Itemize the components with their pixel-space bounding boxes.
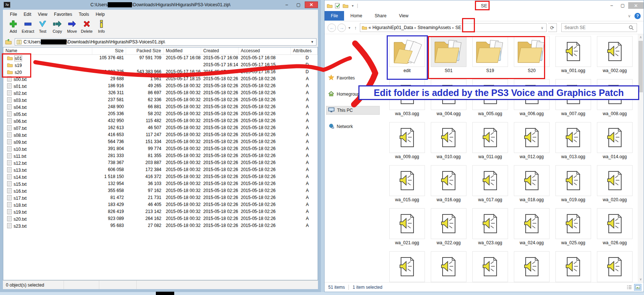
menu-item-edit[interactable]: Edit	[20, 11, 35, 18]
sidebar-item-homegroup[interactable]: Homegroup	[328, 90, 360, 98]
table-row[interactable]: s20.txt923 089264 1622015-05-18 00:32201…	[3, 216, 318, 223]
sidebar-item-this-pc[interactable]: This PC	[328, 106, 353, 114]
path-combobox[interactable]: C:\Users\Downloads\Higurashi\HigurashiPS…	[15, 38, 316, 46]
menu-item-help[interactable]: Help	[92, 11, 108, 18]
delete-button[interactable]: Delete	[79, 18, 94, 33]
tab-file[interactable]: File	[325, 11, 344, 21]
chevron-down-icon[interactable]: ▼	[311, 40, 315, 44]
vertical-scrollbar[interactable]: ∧ ∨	[638, 34, 644, 282]
file-tile[interactable]: wa_008.ogg	[597, 79, 633, 121]
file-tile[interactable]: wa_001.ogg	[555, 36, 591, 78]
file-tile[interactable]: wa_003.ogg	[389, 79, 425, 121]
scrollbar-thumb[interactable]	[638, 41, 643, 92]
table-row[interactable]: s02.txt326 31186 6972015-05-18 00:322015…	[3, 90, 318, 97]
file-tile[interactable]: wa_018.ogg	[514, 165, 550, 207]
table-row[interactable]: s09.txt564 736151 3342015-05-18 00:32201…	[3, 139, 318, 146]
file-tile[interactable]: wa_023.ogg	[472, 208, 508, 250]
sevenzip-titlebar[interactable]: 7z C:\Users\Downloads\Higurashi\Higurash…	[3, 0, 318, 10]
file-tile[interactable]	[472, 251, 508, 282]
column-header-created[interactable]: Created	[201, 47, 239, 54]
extract-button[interactable]: Extract	[21, 18, 35, 33]
explorer-titlebar[interactable]: ▾ | SE – ▢ ✕	[325, 0, 644, 11]
file-tile[interactable]	[597, 251, 633, 282]
maximize-button[interactable]: ▢	[617, 2, 628, 9]
table-row[interactable]: s01105 376 48197 591 7092015-05-17 16:08…	[3, 55, 318, 62]
sidebar-item-favorites[interactable]: Favorites	[328, 74, 355, 82]
file-tile[interactable]: wa_010.ogg	[431, 122, 466, 164]
list-header[interactable]: NameSizePacked SizeModifiedCreatedAccess…	[3, 47, 318, 55]
file-tile[interactable]: wa_017.ogg	[472, 165, 508, 207]
table-row[interactable]: s15.txt132 95436 1032015-05-18 00:322015…	[3, 181, 318, 188]
refresh-icon[interactable]: ⟳	[548, 23, 557, 32]
file-tile[interactable]: wa_007.ogg	[555, 79, 591, 121]
file-tile[interactable]: wa_026.ogg	[597, 208, 633, 250]
info-button[interactable]: Info	[94, 18, 109, 33]
table-row[interactable]: s08.txt416 653117 2472015-05-18 00:32201…	[3, 132, 318, 139]
table-row[interactable]: s00.txt29 6881 5612015-05-17 18:152015-0…	[3, 76, 318, 83]
file-tile[interactable]: wa_009.ogg	[389, 122, 425, 164]
tab-view[interactable]: View	[393, 11, 415, 21]
folder-tile[interactable]: S20	[514, 36, 550, 78]
file-tile[interactable]: wa_015.ogg	[389, 165, 425, 207]
close-button[interactable]: ✕	[628, 2, 644, 9]
table-row[interactable]: s06.txt432 950115 4822015-05-18 00:32201…	[3, 118, 318, 125]
copy-button[interactable]: Copy	[50, 18, 65, 33]
file-tile[interactable]: wa_024.ogg	[514, 208, 550, 250]
table-row[interactable]: s05.txt205 33658 2022015-05-18 00:322015…	[3, 111, 318, 118]
folder-tile[interactable]: S01	[431, 36, 466, 78]
table-row[interactable]: s10.txt391 80499 7742015-05-18 00:322015…	[3, 146, 318, 153]
help-icon[interactable]: ?	[634, 13, 641, 19]
minimize-button[interactable]: –	[281, 1, 292, 8]
table-row[interactable]: s18.txt183 42946 4052015-05-18 00:322015…	[3, 202, 318, 209]
file-tile[interactable]: wa_006.ogg	[514, 79, 550, 121]
column-header-modified[interactable]: Modified	[164, 47, 201, 54]
file-tile[interactable]: wa_011.ogg	[472, 122, 508, 164]
breadcrumb-item-streamingassets[interactable]: StreamingAssets	[418, 25, 451, 30]
table-row[interactable]: s04.txt248 90066 8812015-05-18 00:322015…	[3, 104, 318, 111]
move-button[interactable]: Move	[65, 18, 79, 33]
table-row[interactable]: s12.txt738 367203 8872015-05-18 00:32201…	[3, 160, 318, 167]
file-tile[interactable]: wa_004.ogg	[431, 79, 466, 121]
test-button[interactable]: Test	[35, 18, 50, 33]
table-row[interactable]: s14.txt1 518 150416 3722015-05-18 00:322…	[3, 174, 318, 181]
table-row[interactable]: s23.txt95 68327 0822015-05-18 00:322015-…	[3, 223, 318, 230]
file-tile[interactable]: wa_022.ogg	[431, 208, 466, 250]
menu-item-view[interactable]: View	[35, 11, 51, 18]
table-row[interactable]: s03.txt237 58162 3362015-05-18 00:322015…	[3, 97, 318, 104]
menu-item-tools[interactable]: Tools	[75, 11, 92, 18]
table-row[interactable]: s13.txt606 058172 3842015-05-18 00:32201…	[3, 167, 318, 174]
column-header-size[interactable]: Size	[92, 47, 126, 54]
address-dropdown-icon[interactable]: ∨	[540, 26, 544, 30]
tab-home[interactable]: Home	[344, 11, 368, 21]
file-tile[interactable]: wa_002.ogg	[597, 36, 633, 78]
file-tile[interactable]: wa_005.ogg	[472, 79, 508, 121]
file-tile[interactable]: wa_016.ogg	[431, 165, 466, 207]
column-header-accessed[interactable]: Accessed	[239, 47, 291, 54]
file-tile[interactable]: wa_021.ogg	[389, 208, 425, 250]
add-button[interactable]: Add	[6, 18, 21, 33]
folder-tile[interactable]: S19	[472, 36, 508, 78]
thumbnail-view-icon[interactable]	[634, 284, 641, 291]
scroll-up-icon[interactable]: ∧	[638, 34, 644, 40]
sidebar-item-network[interactable]: Network	[328, 122, 353, 131]
table-row[interactable]: s20580 093 725543 383 9662015-05-17 16:1…	[3, 69, 318, 76]
menu-item-file[interactable]: File	[7, 11, 20, 18]
column-header-attributes[interactable]: Attributes	[291, 47, 318, 54]
file-tile[interactable]: wa_020.ogg	[597, 165, 633, 207]
maximize-button[interactable]: ▢	[293, 1, 304, 8]
history-dropdown-icon[interactable]: ▾	[347, 26, 351, 30]
details-view-icon[interactable]	[626, 284, 633, 291]
file-tile[interactable]	[431, 251, 466, 282]
tab-share[interactable]: Share	[368, 11, 393, 21]
column-header-name[interactable]: Name	[3, 47, 92, 54]
file-tile[interactable]: wa_014.ogg	[597, 122, 633, 164]
file-tile[interactable]: wa_019.ogg	[555, 165, 591, 207]
folder-tile[interactable]: edit	[389, 36, 425, 78]
back-button[interactable]: ←	[328, 24, 336, 32]
column-header-packed-size[interactable]: Packed Size	[126, 47, 164, 54]
forward-button[interactable]: →	[337, 24, 346, 32]
up-folder-icon[interactable]	[4, 38, 12, 46]
file-tile[interactable]	[514, 251, 550, 282]
file-tile[interactable]	[555, 251, 591, 282]
table-row[interactable]: s192015-05-17 16:142015-05-17 16:15D	[3, 62, 318, 69]
